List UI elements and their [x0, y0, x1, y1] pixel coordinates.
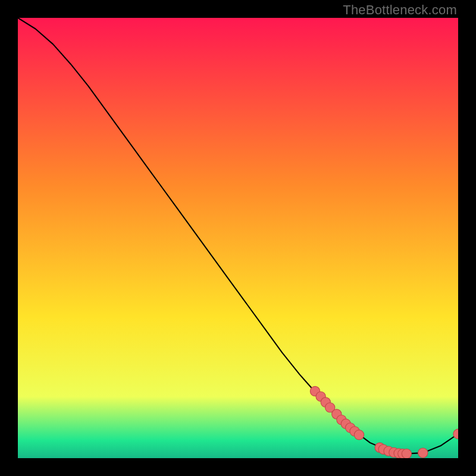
chart-frame: TheBottleneck.com	[0, 0, 476, 476]
watermark-text: TheBottleneck.com	[343, 2, 457, 18]
data-marker	[354, 430, 364, 440]
chart-plot	[18, 18, 458, 458]
data-marker	[402, 449, 411, 458]
gradient-background	[18, 18, 458, 458]
data-marker	[418, 448, 428, 458]
